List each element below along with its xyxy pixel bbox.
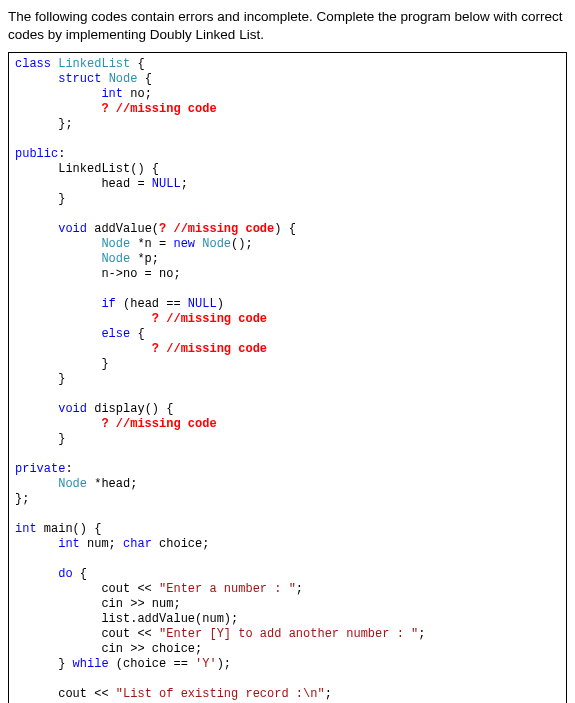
code-text: cin >> choice; xyxy=(15,642,202,656)
code-text: } xyxy=(15,357,109,371)
kw-new: new xyxy=(173,237,195,251)
code-text: { xyxy=(130,327,144,341)
kw-else: else xyxy=(15,327,130,341)
missing-code: ? //missing code xyxy=(15,417,217,431)
kw-do: do xyxy=(15,567,73,581)
typ-node: Node xyxy=(15,237,130,251)
typ-node: Node xyxy=(202,237,231,251)
code-text: : xyxy=(65,462,72,476)
code-text: display() { xyxy=(87,402,173,416)
typ-linkedlist: LinkedList xyxy=(58,57,130,71)
code-text: no; xyxy=(123,87,152,101)
code-text: *p; xyxy=(130,252,159,266)
code-text: } xyxy=(15,192,65,206)
code-text: : xyxy=(58,147,65,161)
code-text: num; xyxy=(80,537,123,551)
code-text: ; xyxy=(181,177,188,191)
code-text: ) { xyxy=(274,222,296,236)
kw-null: NULL xyxy=(188,297,217,311)
code-text: cout << xyxy=(15,627,159,641)
kw-int: int xyxy=(15,537,80,551)
code-text: (head == xyxy=(116,297,188,311)
code-text: (); xyxy=(231,237,253,251)
missing-code: ? //missing code xyxy=(15,102,217,116)
kw-if: if xyxy=(15,297,116,311)
code-block: class LinkedList { struct Node { int no;… xyxy=(8,52,567,703)
missing-code: ? //missing code xyxy=(15,342,267,356)
code-text: ; xyxy=(325,687,332,701)
kw-struct: struct xyxy=(15,72,101,86)
code-text: cin >> num; xyxy=(15,597,181,611)
code-text: } xyxy=(15,432,65,446)
code-text: addValue( xyxy=(87,222,159,236)
string-literal: "Enter [Y] to add another number : " xyxy=(159,627,418,641)
code-text: { xyxy=(137,72,151,86)
code-text: *head; xyxy=(87,477,137,491)
kw-public: public xyxy=(15,147,58,161)
string-literal: "List of existing record :\n" xyxy=(116,687,325,701)
typ-node: Node xyxy=(109,72,138,86)
code-text: { xyxy=(130,57,144,71)
code-text: } xyxy=(15,372,65,386)
kw-while: while xyxy=(73,657,109,671)
kw-void: void xyxy=(15,222,87,236)
code-text: { xyxy=(73,567,87,581)
code-text: }; xyxy=(15,492,29,506)
typ-node: Node xyxy=(15,252,130,266)
code-text: choice; xyxy=(152,537,210,551)
missing-code: ? //missing code xyxy=(15,312,267,326)
question-prompt: The following codes contain errors and i… xyxy=(8,8,567,44)
kw-int: int xyxy=(15,522,37,536)
kw-class: class xyxy=(15,57,51,71)
kw-int: int xyxy=(15,87,123,101)
code-text: LinkedList() { xyxy=(15,162,159,176)
code-text: ) xyxy=(217,297,224,311)
code-text: }; xyxy=(15,117,73,131)
string-literal: "Enter a number : " xyxy=(159,582,296,596)
missing-code: ? //missing code xyxy=(159,222,274,236)
code-text: main() { xyxy=(37,522,102,536)
kw-void: void xyxy=(15,402,87,416)
kw-null: NULL xyxy=(152,177,181,191)
code-text: head = xyxy=(15,177,152,191)
code-text: ; xyxy=(418,627,425,641)
code-text: *n = xyxy=(130,237,173,251)
code-text: ); xyxy=(217,657,231,671)
code-text: (choice == xyxy=(109,657,195,671)
typ-node: Node xyxy=(15,477,87,491)
code-text: n->no = no; xyxy=(15,267,181,281)
code-text: list.addValue(num); xyxy=(15,612,238,626)
code-text: } xyxy=(15,657,73,671)
char-literal: 'Y' xyxy=(195,657,217,671)
code-text: ; xyxy=(296,582,303,596)
kw-char: char xyxy=(123,537,152,551)
code-text: cout << xyxy=(15,582,159,596)
kw-private: private xyxy=(15,462,65,476)
code-text: cout << xyxy=(15,687,116,701)
